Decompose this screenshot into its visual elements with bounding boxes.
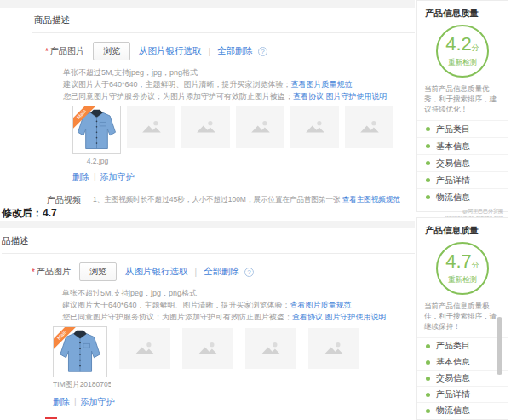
- score-number: 4.7: [445, 250, 472, 272]
- add-protect-link[interactable]: 添加守护: [100, 172, 135, 181]
- actions-separator: |: [74, 397, 77, 406]
- top-gray-bar: [0, 221, 415, 228]
- image-bank-link[interactable]: 从图片银行选取: [125, 266, 188, 278]
- tip-protect-text: 您已同意图片守护服务协议；为图片添加守护可有效防止图片被盗；: [63, 92, 293, 101]
- checklist-item-logistics[interactable]: 物流信息: [417, 188, 508, 205]
- checklist-item-detail[interactable]: 产品详情: [417, 386, 508, 402]
- checklist-label: 交易信息: [436, 372, 470, 384]
- placeholder-icon: [260, 340, 282, 357]
- placeholder-icon: [304, 118, 326, 135]
- checklist-item-basic[interactable]: 基本信息: [417, 137, 508, 154]
- product-video-label: 产品视频: [47, 194, 81, 206]
- green-dot-icon: [426, 178, 430, 182]
- green-dot-icon: [426, 409, 430, 413]
- image-actions: 删除|添加守护: [53, 396, 415, 408]
- delete-image-link[interactable]: 删除: [72, 172, 89, 181]
- delete-all-link[interactable]: 全部删除: [217, 45, 253, 57]
- score-unit: 分: [472, 43, 479, 52]
- required-asterisk: *: [45, 47, 49, 56]
- tip-size: 单张不超过5M,支持jpeg，jpg，png格式: [62, 287, 415, 299]
- image-bank-link[interactable]: 从图片银行选取: [139, 45, 202, 57]
- tip-protect: 您已同意图片守护服务协议；为图片添加守护可有效防止图片被盗；查看协议 图片守护使…: [62, 311, 415, 323]
- score-number: 4.2: [445, 33, 472, 55]
- score-value: 4.7分: [445, 252, 479, 274]
- score-unit: 分: [472, 261, 479, 269]
- section-after: 品描述 * 产品图片 浏览 从图片银行选取 | 全部删除 ? 单张不超过5M,支…: [0, 221, 415, 420]
- panel-title: 产品信息质量: [425, 225, 508, 237]
- thumbnail-row: Main: [0, 106, 415, 154]
- help-icon[interactable]: ?: [258, 47, 267, 56]
- score-circle: 4.2分 重新检测: [436, 25, 489, 78]
- checklist-label: 物流信息: [436, 192, 470, 204]
- upload-tips: 单张不超过5M,支持jpeg，jpg，png格式 建议图片大于640*640，主…: [0, 66, 415, 102]
- checklist-label: 基本信息: [436, 141, 470, 152]
- after-modification-heading: 修改后：4.7: [2, 206, 57, 221]
- quality-panel-before: 产品信息质量 4.2分 重新检测 当前产品信息质量优秀，利于搜索排序，建议持续优…: [416, 0, 508, 212]
- browse-button[interactable]: 浏览: [79, 262, 117, 281]
- section-title: 商品描述: [34, 14, 415, 26]
- checklist-label: 产品类目: [436, 340, 470, 352]
- recheck-link[interactable]: 重新检测: [448, 58, 477, 68]
- delete-image-link[interactable]: 删除: [53, 397, 70, 406]
- video-tips: 1、主图视频时长不超过45秒，大小不超过100M，展示位置在产品首图第一张 查看…: [93, 194, 415, 206]
- green-dot-icon: [426, 144, 430, 148]
- view-agreement-link[interactable]: 查看协议: [293, 92, 324, 101]
- image-placeholder: [236, 106, 284, 148]
- checklist-item-category[interactable]: 产品类目: [417, 120, 508, 137]
- divider-line: [32, 32, 415, 33]
- placeholder-icon: [359, 118, 381, 135]
- green-dot-icon: [426, 344, 430, 348]
- checklist-item-basic[interactable]: 基本信息: [417, 354, 508, 370]
- image-quality-spec-link[interactable]: 查看图片质量规范: [291, 80, 353, 89]
- image-actions: 删除|添加守护: [72, 171, 415, 183]
- quality-checklist: 产品类目 基本信息 交易信息 产品详情 物流信息: [417, 120, 508, 205]
- checklist-item-logistics[interactable]: 物流信息: [417, 402, 508, 418]
- image-quality-spec-link[interactable]: 查看图片质量规范: [290, 301, 352, 309]
- video-tip-1: 1、主图视频时长不超过45秒，大小不超过100M，展示位置在产品首图第一张 查看…: [93, 194, 415, 205]
- help-icon[interactable]: ?: [244, 268, 254, 277]
- checklist-item-category[interactable]: 产品类目: [417, 337, 508, 354]
- green-dot-icon: [426, 377, 430, 381]
- link-separator: |: [194, 268, 197, 277]
- green-dot-icon: [426, 393, 430, 397]
- view-agreement-link[interactable]: 查看协议: [292, 313, 323, 321]
- placeholder-icon: [197, 340, 219, 357]
- link-separator: |: [208, 47, 210, 56]
- image-filename: TIM图片2018070510..: [53, 380, 111, 390]
- product-image-label: 产品图片: [50, 45, 84, 57]
- placeholder-icon: [141, 118, 163, 135]
- green-dot-icon: [426, 195, 430, 199]
- tip-size: 单张不超过5M,支持jpeg，jpg，png格式: [63, 66, 415, 78]
- section-title: 品描述: [2, 235, 415, 247]
- tip-quality-text: 建议图片大于640*640，主题鲜明、图片清晰，提升买家浏览体验；: [62, 301, 290, 309]
- add-protect-link[interactable]: 添加守护: [81, 397, 115, 406]
- panel-title: 产品信息质量: [425, 8, 508, 20]
- checklist-label: 产品类目: [436, 124, 470, 135]
- image-placeholder: [308, 328, 359, 369]
- image-placeholder: [290, 106, 339, 148]
- browse-button[interactable]: 浏览: [93, 42, 130, 60]
- main-product-thumbnail[interactable]: Main: [72, 106, 121, 154]
- tip-protect-text: 您已同意图片守护服务协议；为图片添加守护可有效防止图片被盗；: [62, 313, 292, 321]
- green-dot-icon: [426, 127, 430, 131]
- product-image-row: * 产品图片 浏览 从图片银行选取 | 全部删除 ?: [0, 262, 415, 281]
- protect-usage-link[interactable]: 图片守护使用说明: [325, 313, 387, 321]
- checklist-item-detail[interactable]: 产品详情: [417, 171, 508, 188]
- quality-advice: 当前产品信息质量优秀，利于搜索排序，建议持续优化！: [424, 83, 502, 114]
- tip-quality: 建议图片大于640*640，主题鲜明、图片清晰，提升买家浏览体验；查看图片质量规…: [63, 78, 415, 90]
- video-spec-link[interactable]: 查看主图视频规范: [342, 195, 400, 204]
- image-placeholder: [181, 106, 230, 148]
- green-dot-icon: [426, 360, 430, 365]
- score-circle: 4.7分 重新检测: [436, 242, 489, 295]
- upload-tips: 单张不超过5M,支持jpeg，jpg，png格式 建议图片大于640*640，主…: [0, 287, 415, 323]
- checklist-label: 交易信息: [436, 158, 470, 170]
- main-product-thumbnail[interactable]: Main: [53, 326, 107, 377]
- delete-all-link[interactable]: 全部删除: [204, 266, 239, 278]
- checklist-item-trade[interactable]: 交易信息: [417, 370, 508, 386]
- checklist-item-trade[interactable]: 交易信息: [417, 154, 508, 171]
- scrollbar-thumb[interactable]: [497, 317, 502, 375]
- recheck-link[interactable]: 重新检测: [448, 275, 477, 285]
- protect-usage-link[interactable]: 图片守护使用说明: [326, 92, 388, 101]
- quality-advice: 当前产品信息质量极佳，利于搜索排序，请继续保持！: [424, 301, 502, 331]
- image-placeholder: [182, 328, 233, 369]
